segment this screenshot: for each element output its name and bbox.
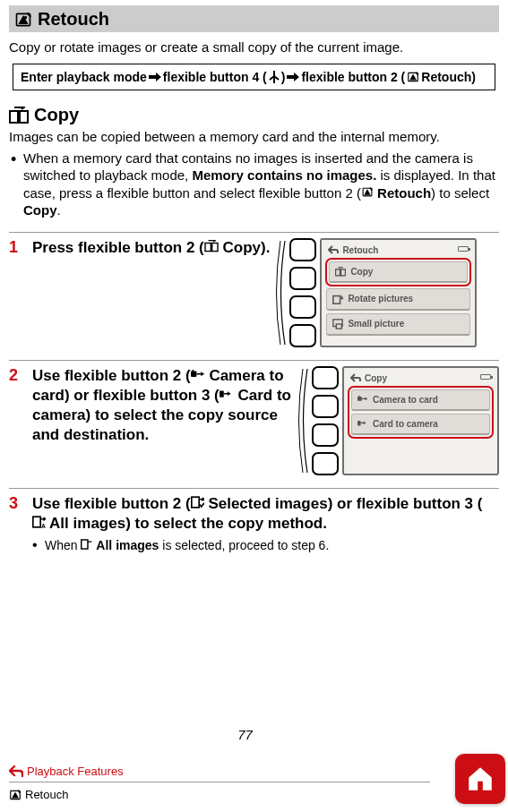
retouch-icon: [407, 71, 419, 83]
breadcrumb-playback[interactable]: Playback Features: [9, 765, 499, 778]
flexible-button-1[interactable]: [289, 238, 316, 261]
flexible-button-2[interactable]: [289, 267, 316, 290]
camera-screen: Retouch Copy Rotate pictures: [320, 238, 477, 347]
nav-fb2: flexible button 2 (: [301, 70, 405, 84]
menu-item-small[interactable]: Small picture: [326, 313, 470, 336]
step-number: 1: [9, 238, 23, 347]
copy-screens-icon: [335, 267, 346, 277]
camera-screen: Copy Camera to card Card to camera: [342, 366, 499, 475]
flexible-button-3[interactable]: [312, 423, 339, 447]
svg-rect-13: [191, 371, 196, 376]
step-2-text: Use flexible button 2 ( Camera to card) …: [32, 366, 292, 475]
nav-fb4-close: ): [281, 70, 286, 84]
copy-screens-icon: [9, 107, 29, 124]
arrow-right-icon: [287, 72, 299, 82]
home-icon: [465, 764, 495, 794]
step-3-text: Use flexible button 2 ( Selected images)…: [32, 494, 499, 553]
nav-fb4: flexible button 4 (: [163, 70, 267, 84]
menu-item-copy[interactable]: Copy: [329, 261, 468, 283]
svg-rect-14: [192, 369, 194, 371]
menu-item-label: Small picture: [348, 319, 404, 329]
flexible-button-4[interactable]: [312, 452, 339, 475]
svg-rect-12: [337, 324, 342, 329]
step-1: 1 Press flexible button 2 ( Copy).: [9, 238, 499, 347]
svg-rect-4: [20, 111, 28, 123]
small-picture-icon: [332, 319, 343, 329]
retouch-icon: [14, 11, 32, 29]
menu-item-cam-to-card[interactable]: Camera to card: [351, 389, 490, 411]
nav-enter: Enter playback mode: [21, 70, 147, 84]
step-3-sub: When All images is selected, proceed to …: [32, 537, 490, 553]
home-button[interactable]: [455, 754, 505, 804]
rotate-icon: [332, 294, 343, 304]
note-bullet-1: When a memory card that contains no imag…: [9, 150, 499, 219]
svg-rect-16: [357, 397, 362, 401]
step-number: 2: [9, 366, 23, 475]
device-mock-2: Copy Camera to card Card to camera: [297, 366, 499, 475]
menu-item-label: Card to camera: [373, 419, 438, 429]
menu-item-label: Copy: [350, 267, 373, 277]
card-to-camera-icon: [357, 419, 368, 428]
svg-rect-9: [341, 269, 346, 275]
selected-images-icon: [191, 496, 204, 509]
fork-icon: [269, 71, 280, 83]
highlight-box: Camera to card Card to camera: [348, 386, 494, 439]
flexible-button-3[interactable]: [289, 295, 316, 319]
back-arrow-icon: [9, 765, 23, 777]
svg-rect-19: [191, 497, 198, 508]
menu-item-label: Rotate pictures: [348, 294, 413, 303]
all-images-icon: [81, 539, 92, 550]
svg-rect-6: [205, 243, 211, 251]
flexible-button-2[interactable]: [312, 395, 339, 418]
menu-item-rotate[interactable]: Rotate pictures: [326, 288, 470, 311]
divider: [9, 488, 499, 489]
page-number: 77: [0, 727, 490, 742]
svg-rect-15: [220, 390, 224, 397]
svg-rect-3: [10, 111, 18, 123]
copy-intro: Images can be copied between a memory ca…: [9, 128, 499, 146]
breadcrumb-label: Retouch: [25, 788, 68, 801]
svg-text:ALL: ALL: [41, 522, 46, 527]
copy-screens-icon: [204, 240, 219, 252]
step-number: 3: [9, 494, 23, 553]
battery-icon: [480, 374, 491, 380]
svg-rect-10: [333, 295, 340, 303]
navigation-path: Enter playback mode flexible button 4 ( …: [13, 64, 495, 90]
svg-rect-7: [211, 243, 217, 251]
retouch-icon: [361, 186, 374, 198]
camera-to-card-icon: [357, 395, 368, 404]
svg-rect-22: [82, 540, 88, 549]
svg-rect-20: [33, 517, 40, 527]
card-to-camera-icon: [220, 389, 234, 400]
footer-divider: [9, 782, 430, 782]
subsection-title-text: Copy: [34, 105, 79, 125]
breadcrumb-retouch: Retouch: [9, 788, 499, 801]
svg-rect-8: [336, 269, 340, 275]
step-3: 3 Use flexible button 2 ( Selected image…: [9, 494, 499, 553]
divider: [9, 232, 499, 233]
section-title-text: Retouch: [38, 9, 109, 30]
device-mock-1: Retouch Copy Rotate pictures: [275, 238, 477, 347]
step-1-text: Press flexible button 2 ( Copy).: [32, 238, 270, 347]
flexible-button-4[interactable]: [289, 324, 316, 347]
svg-point-1: [25, 16, 27, 18]
step-2: 2 Use flexible button 2 ( Camera to card…: [9, 366, 499, 475]
menu-item-label: Camera to card: [373, 395, 438, 405]
back-arrow-icon: [350, 373, 361, 382]
battery-icon: [458, 246, 469, 252]
flexible-button-1[interactable]: [312, 366, 339, 389]
back-arrow-icon: [328, 245, 339, 254]
section-title: Retouch: [9, 5, 499, 32]
menu-item-card-to-cam[interactable]: Card to camera: [351, 414, 490, 435]
retouch-icon: [9, 789, 22, 801]
nav-fb2-label: Retouch): [421, 70, 476, 84]
screen-title: Copy: [365, 373, 387, 383]
svg-rect-17: [358, 396, 359, 397]
svg-rect-18: [357, 421, 361, 425]
intro-text: Copy or rotate images or create a small …: [9, 39, 499, 55]
screen-title: Retouch: [342, 245, 378, 255]
camera-to-card-icon: [191, 369, 205, 380]
subsection-title: Copy: [9, 105, 499, 125]
all-images-icon: ALL: [32, 516, 46, 528]
highlight-box: Copy: [325, 258, 471, 286]
